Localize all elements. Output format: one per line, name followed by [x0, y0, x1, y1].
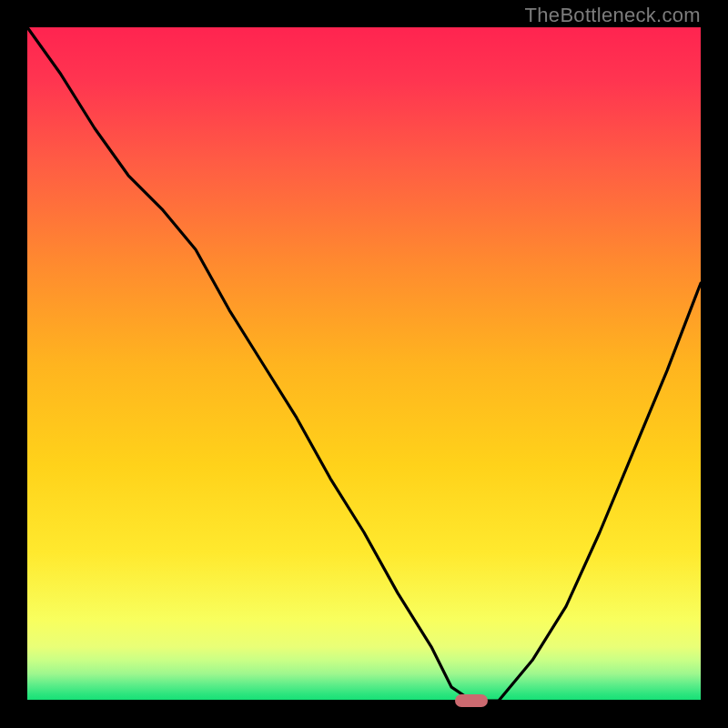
- watermark-text: TheBottleneck.com: [525, 4, 701, 27]
- minimum-marker: [455, 694, 488, 707]
- chart-frame: TheBottleneck.com: [0, 0, 728, 728]
- bottleneck-curve: [27, 27, 701, 701]
